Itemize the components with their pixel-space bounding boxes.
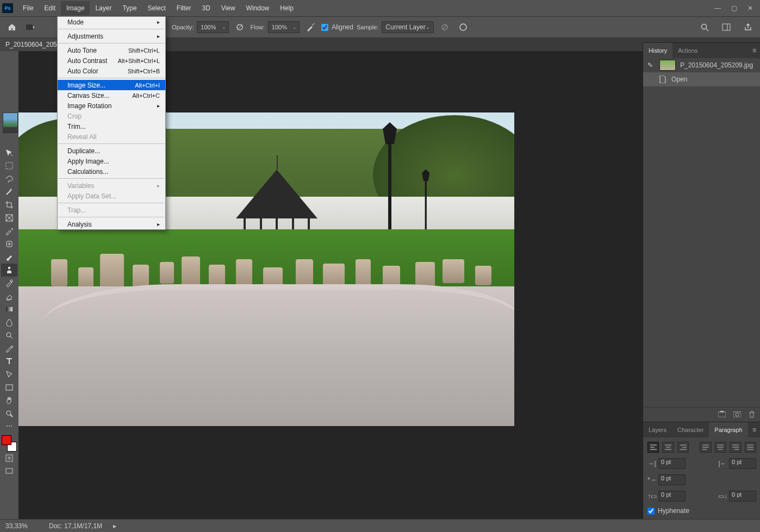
new-snapshot-icon[interactable] (718, 411, 726, 418)
align-left-button[interactable] (647, 442, 659, 453)
menu-3d[interactable]: 3D (196, 1, 215, 15)
menu-item-image-size[interactable]: Image Size...Alt+Ctrl+I (58, 80, 165, 90)
minimize-button[interactable]: — (710, 3, 725, 14)
tool-eraser[interactable] (1, 290, 17, 303)
menu-item-auto-tone[interactable]: Auto ToneShift+Ctrl+L (58, 45, 165, 55)
menu-type[interactable]: Type (117, 1, 142, 15)
pressure-size-icon[interactable] (456, 20, 471, 35)
menu-filter[interactable]: Filter (171, 1, 197, 15)
hyphenate-checkbox[interactable]: Hyphenate (647, 507, 756, 515)
tab-paragraph[interactable]: Paragraph (709, 422, 747, 437)
opacity-pressure-icon[interactable] (232, 20, 247, 35)
menu-item-adjustments[interactable]: Adjustments▸ (58, 31, 165, 41)
tab-layers[interactable]: Layers (643, 422, 672, 437)
menu-item-crop: Crop (58, 111, 165, 121)
menu-item-analysis[interactable]: Analysis▸ (58, 219, 165, 229)
search-icon[interactable] (697, 20, 712, 35)
opacity-field[interactable]: 100% ⌄ (197, 21, 228, 33)
first-line-indent-field[interactable]: *→0 pt (647, 474, 686, 485)
tool-move[interactable] (1, 146, 17, 159)
tool-eyedropper[interactable] (1, 224, 17, 237)
svg-point-7 (702, 24, 707, 29)
quick-mask-button[interactable] (1, 452, 17, 465)
tool-lasso[interactable] (1, 172, 17, 185)
menu-item-mode[interactable]: Mode▸ (58, 17, 165, 27)
menu-view[interactable]: View (216, 1, 241, 15)
screen-mode-button[interactable] (1, 465, 17, 478)
maximize-button[interactable]: ▢ (726, 3, 742, 14)
justify-last-center-button[interactable] (715, 442, 726, 453)
justify-all-button[interactable] (745, 442, 756, 453)
align-center-button[interactable] (662, 442, 674, 453)
trash-icon[interactable] (749, 411, 755, 418)
tool-history-brush[interactable] (1, 277, 17, 290)
tool-dodge[interactable] (1, 329, 17, 342)
tool-rectangle[interactable] (1, 381, 17, 394)
tab-history[interactable]: History (643, 43, 672, 58)
close-button[interactable]: ✕ (743, 3, 758, 14)
history-step[interactable]: Open (643, 72, 760, 86)
tool-blur[interactable] (1, 316, 17, 329)
menu-item-duplicate[interactable]: Duplicate... (58, 146, 165, 156)
justify-last-right-button[interactable] (730, 442, 741, 453)
foreground-color[interactable] (2, 435, 11, 445)
menu-item-auto-contrast[interactable]: Auto ContrastAlt+Shift+Ctrl+L (58, 55, 165, 66)
space-after-field[interactable]: ▭↓0 pt (718, 491, 756, 502)
menu-item-trim[interactable]: Trim... (58, 121, 165, 132)
camera-icon[interactable] (733, 411, 741, 418)
menu-item-calculations[interactable]: Calculations... (58, 166, 165, 177)
tool-gradient[interactable] (1, 303, 17, 316)
history-file-name: P_20150604_205209.jpg (680, 61, 753, 69)
aligned-checkbox[interactable]: Aligned (321, 23, 353, 31)
tool-frame[interactable] (1, 211, 17, 224)
menu-layer[interactable]: Layer (90, 1, 117, 15)
menu-item-image-rotation[interactable]: Image Rotation▸ (58, 101, 165, 111)
sample-dropdown[interactable]: Current Layer⌄ (382, 21, 433, 33)
menu-item-auto-color[interactable]: Auto ColorShift+Ctrl+B (58, 66, 165, 76)
tool-crop[interactable] (1, 198, 17, 211)
tool-preset-icon[interactable] (23, 20, 38, 35)
tab-actions[interactable]: Actions (672, 43, 703, 58)
tool-type[interactable] (1, 355, 17, 368)
ignore-adjustment-icon[interactable] (437, 20, 452, 35)
share-icon[interactable] (740, 20, 756, 35)
space-before-field[interactable]: ↑▭0 pt (647, 491, 686, 502)
flow-label: Flow: (251, 24, 265, 30)
menu-image[interactable]: Image (61, 1, 90, 15)
menu-item-apply-image[interactable]: Apply Image... (58, 156, 165, 166)
menu-item-canvas-size[interactable]: Canvas Size...Alt+Ctrl+C (58, 90, 165, 101)
justify-last-left-button[interactable] (700, 442, 711, 453)
history-source-row[interactable]: ✎ P_20150604_205209.jpg (643, 58, 760, 72)
menu-file[interactable]: File (17, 1, 39, 15)
home-icon[interactable] (4, 20, 20, 35)
tool-path-select[interactable] (1, 368, 17, 381)
tab-character[interactable]: Character (672, 422, 709, 437)
edit-toolbar-button[interactable]: ⋯ (6, 422, 13, 430)
workspace-icon[interactable] (719, 20, 734, 35)
window-controls: — ▢ ✕ (710, 3, 758, 14)
tool-heal[interactable] (1, 237, 17, 251)
airbrush-icon[interactable] (303, 20, 318, 35)
indent-right-field[interactable]: |←0 pt (718, 458, 756, 469)
tool-hand[interactable] (1, 394, 17, 407)
zoom-level[interactable]: 33,33% (5, 522, 38, 530)
panel-menu-icon[interactable]: ≡ (748, 426, 760, 434)
tool-pen[interactable] (1, 342, 17, 355)
tool-marquee[interactable] (1, 159, 17, 172)
menu-edit[interactable]: Edit (39, 1, 61, 15)
menu-help[interactable]: Help (275, 1, 299, 15)
menu-window[interactable]: Window (241, 1, 275, 15)
color-swatches[interactable] (2, 435, 17, 452)
panel-thumbnail[interactable] (3, 112, 18, 133)
tool-zoom[interactable] (1, 407, 17, 420)
align-right-button[interactable] (677, 442, 689, 453)
tool-wand[interactable] (1, 185, 17, 198)
doc-size[interactable]: Doc: 17,1M/17,1M (49, 522, 102, 530)
doc-info-chevron[interactable]: ▸ (113, 522, 116, 530)
tool-clone[interactable] (1, 264, 17, 277)
tool-brush[interactable] (1, 251, 17, 264)
indent-left-field[interactable]: →|0 pt (647, 458, 686, 469)
panel-menu-icon[interactable]: ≡ (748, 47, 760, 54)
flow-field[interactable]: 100% ⌄ (268, 21, 300, 33)
menu-select[interactable]: Select (142, 1, 171, 15)
